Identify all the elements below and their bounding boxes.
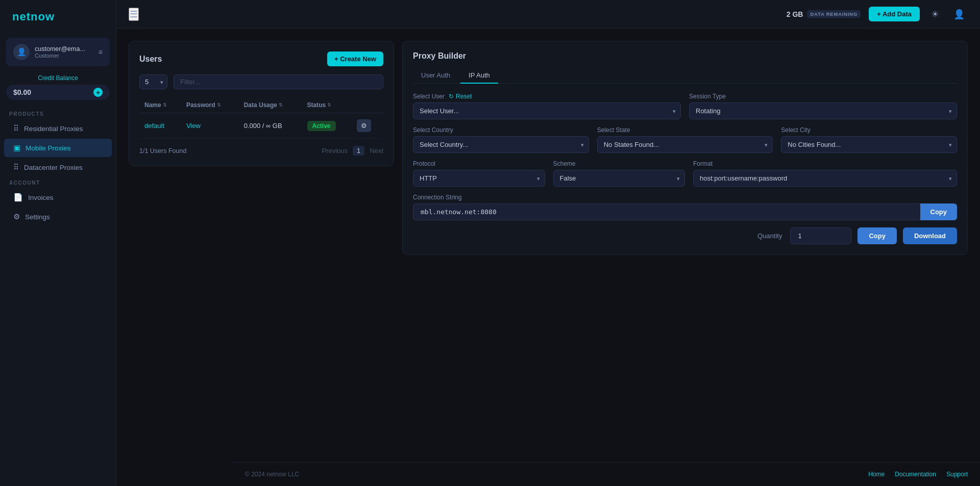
credit-balance-box: $0.00 + — [6, 85, 110, 100]
credit-balance-section: Credit Balance $0.00 + — [6, 74, 110, 100]
select-country-dropdown[interactable]: Select Country... — [413, 136, 589, 153]
format-dropdown[interactable]: host:port:username:password — [693, 170, 957, 187]
add-data-button[interactable]: + Add Data — [869, 7, 920, 21]
sidebar-item-residential[interactable]: ⠿ Residential Proxies — [4, 119, 112, 138]
previous-page-button[interactable]: Previous — [322, 147, 348, 155]
user-password-link[interactable]: View — [186, 122, 201, 130]
data-remaining-badge: DATA REMAINING — [807, 10, 861, 18]
connection-string-input[interactable] — [413, 203, 920, 220]
app-logo: netnow — [0, 0, 116, 34]
proxy-builder-panel: Proxy Builder User Auth IP Auth Select U… — [402, 41, 968, 255]
refresh-icon: ↻ — [449, 93, 454, 100]
settings-icon: ⚙ — [13, 212, 20, 221]
connection-string-row: Connection String Copy — [413, 194, 957, 220]
protocol-label: Protocol — [413, 160, 545, 167]
select-user-label: Select User — [413, 93, 445, 100]
sidebar-item-label-datacenter: Datacenter Proxies — [24, 164, 83, 171]
account-section-label: ACCOUNT — [0, 177, 116, 188]
data-amount: 2 GB — [787, 10, 803, 18]
cell-actions: ⚙ — [352, 113, 383, 139]
user-info-section: 👤 customer@ema... Customer ≡ — [6, 38, 110, 66]
credit-amount: $0.00 — [13, 88, 31, 96]
user-account-button[interactable]: 👤 — [950, 7, 968, 22]
protocol-dropdown[interactable]: HTTP — [413, 170, 545, 187]
sidebar-item-settings[interactable]: ⚙ Settings — [4, 208, 112, 226]
sidebar-item-label-settings: Settings — [25, 213, 50, 221]
select-user-dropdown[interactable]: Select User... — [413, 103, 681, 119]
cell-data-usage: 0.000 / ∞ GB — [239, 113, 302, 139]
user-name-link[interactable]: default — [144, 122, 164, 130]
proxy-row-1: Select User ↻ Reset Select User... Sessi… — [413, 93, 957, 119]
topbar: ☰ 2 GB DATA REMAINING + Add Data ☀ 👤 — [116, 0, 980, 29]
footer-link-documentation[interactable]: Documentation — [895, 471, 936, 478]
reset-label: Reset — [456, 93, 472, 100]
main-wrapper: ☰ 2 GB DATA REMAINING + Add Data ☀ 👤 Use… — [116, 0, 980, 486]
select-city-label: Select City — [781, 126, 957, 134]
proxy-row-2: Select Country Select Country... Select … — [413, 126, 957, 153]
pagination: Previous 1 Next — [322, 146, 383, 156]
page-size-select[interactable]: 5 10 25 — [139, 74, 167, 89]
copyright: © 2024 netnow LLC — [245, 471, 299, 478]
session-type-label: Session Type — [689, 93, 957, 100]
format-field: Format host:port:username:password — [693, 160, 957, 187]
select-user-field: Select User ↻ Reset Select User... — [413, 93, 681, 119]
filter-icon[interactable]: ≡ — [99, 48, 103, 56]
content-area: Users + Create New 5 10 25 — [116, 29, 980, 462]
sort-icon-name: ⇅ — [163, 103, 167, 108]
scheme-dropdown[interactable]: False — [553, 170, 685, 187]
col-data-usage: Data Usage ⇅ — [239, 97, 302, 113]
footer-link-home[interactable]: Home — [868, 471, 885, 478]
copy-connection-button[interactable]: Copy — [920, 203, 958, 220]
sidebar: netnow 👤 customer@ema... Customer ≡ Cred… — [0, 0, 116, 486]
connection-string-label: Connection String — [413, 194, 957, 201]
select-country-label: Select Country — [413, 126, 589, 134]
col-password: Password ⇅ — [181, 97, 239, 113]
sidebar-item-label-invoices: Invoices — [28, 194, 54, 201]
cell-name: default — [139, 113, 181, 139]
sidebar-item-datacenter[interactable]: ⠿ Datacenter Proxies — [4, 158, 112, 176]
footer-link-support[interactable]: Support — [946, 471, 968, 478]
hamburger-menu-button[interactable]: ☰ — [129, 8, 139, 21]
create-new-button[interactable]: + Create New — [327, 52, 383, 66]
next-page-button[interactable]: Next — [370, 147, 383, 155]
datacenter-proxies-icon: ⠿ — [13, 163, 19, 172]
protocol-field: Protocol HTTP — [413, 160, 545, 187]
users-table: Name ⇅ Password ⇅ Data U — [139, 97, 383, 139]
select-state-label: Select State — [597, 126, 773, 134]
quantity-input[interactable] — [790, 227, 851, 244]
add-credit-button[interactable]: + — [93, 88, 103, 97]
theme-toggle-button[interactable]: ☀ — [928, 7, 942, 22]
status-badge: Active — [307, 121, 336, 131]
reset-button[interactable]: ↻ Reset — [449, 93, 472, 100]
tab-ip-auth[interactable]: IP Auth — [460, 68, 498, 84]
col-status: Status ⇅ — [302, 97, 352, 113]
users-found-text: 1/1 Users Found — [139, 147, 186, 155]
select-city-dropdown[interactable]: No Cities Found... — [781, 136, 957, 153]
copy-proxies-button[interactable]: Copy — [857, 227, 897, 244]
cell-status: Active — [302, 113, 352, 139]
sidebar-item-invoices[interactable]: 📄 Invoices — [4, 188, 112, 207]
sidebar-item-label-residential: Residential Proxies — [24, 125, 83, 133]
row-settings-button[interactable]: ⚙ — [357, 119, 371, 132]
session-type-dropdown[interactable]: Rotating — [689, 103, 957, 119]
users-panel-title: Users — [139, 55, 162, 64]
users-toolbar: 5 10 25 — [139, 74, 383, 89]
sort-icon-usage: ⇅ — [279, 103, 283, 108]
table-row: default View 0.000 / ∞ GB Active ⚙ — [139, 113, 383, 139]
filter-input[interactable] — [174, 74, 383, 89]
sort-icon-password: ⇅ — [217, 103, 221, 108]
sidebar-item-mobile[interactable]: ▣ Mobile Proxies — [4, 139, 112, 157]
select-city-field: Select City No Cities Found... — [781, 126, 957, 153]
download-proxies-button[interactable]: Download — [903, 227, 957, 244]
data-usage-info: 2 GB DATA REMAINING — [787, 10, 861, 18]
users-panel: Users + Create New 5 10 25 — [129, 41, 394, 166]
format-label: Format — [693, 160, 957, 167]
user-email: customer@ema... — [35, 45, 93, 53]
select-state-dropdown[interactable]: No States Found... — [597, 136, 773, 153]
proxy-builder-title: Proxy Builder — [413, 52, 957, 61]
table-footer: 1/1 Users Found Previous 1 Next — [139, 146, 383, 156]
quantity-row: Quantity Copy Download — [413, 227, 957, 244]
proxy-row-3: Protocol HTTP Scheme False — [413, 160, 957, 187]
tab-user-auth[interactable]: User Auth — [413, 68, 458, 84]
residential-proxies-icon: ⠿ — [13, 124, 19, 133]
